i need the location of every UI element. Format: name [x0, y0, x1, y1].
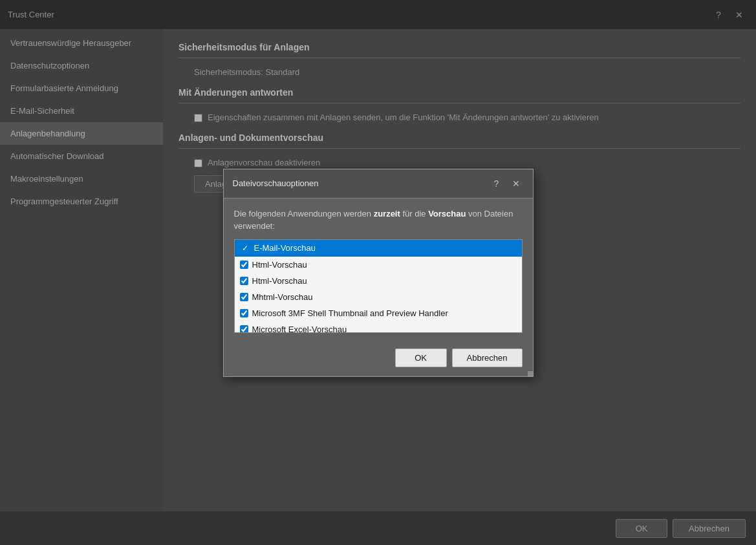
- preview-list[interactable]: ✓ E-Mail-Vorschau Html-Vorschau Html-Vor…: [234, 239, 523, 333]
- check-icon: ✓: [240, 243, 250, 253]
- list-checkbox[interactable]: [240, 277, 248, 285]
- list-checkbox[interactable]: [240, 309, 248, 317]
- list-item[interactable]: ✓ E-Mail-Vorschau: [235, 240, 522, 257]
- list-item-label: E-Mail-Vorschau: [254, 243, 316, 253]
- list-item-label: Html-Vorschau: [252, 260, 307, 270]
- list-item[interactable]: Microsoft Excel-Vorschau: [235, 321, 522, 333]
- list-item-label: Microsoft Excel-Vorschau: [252, 325, 347, 333]
- list-item-label: Html-Vorschau: [252, 276, 307, 286]
- list-checkbox[interactable]: [240, 325, 248, 333]
- list-item[interactable]: Html-Vorschau: [235, 273, 522, 289]
- resize-handle[interactable]: [528, 371, 533, 376]
- list-item-label: Microsoft 3MF Shell Thumbnail and Previe…: [252, 308, 448, 318]
- dialog-cancel-button[interactable]: Abbrechen: [452, 348, 523, 367]
- list-checkbox[interactable]: [240, 261, 248, 269]
- dialog-description: Die folgenden Anwendungen werden zurzeit…: [234, 208, 523, 233]
- dialog-title-bar: Dateivorschauoptionen ? ✕: [224, 169, 533, 198]
- dialog-ok-button[interactable]: OK: [395, 348, 447, 367]
- file-preview-dialog: Dateivorschauoptionen ? ✕ Die folgenden …: [223, 169, 534, 377]
- dialog-body: Die folgenden Anwendungen werden zurzeit…: [224, 198, 533, 342]
- dialog-footer: OK Abbrechen: [224, 342, 533, 376]
- list-item[interactable]: Microsoft 3MF Shell Thumbnail and Previe…: [235, 305, 522, 321]
- list-checkbox[interactable]: [240, 293, 248, 301]
- list-item[interactable]: Html-Vorschau: [235, 257, 522, 273]
- list-item[interactable]: Mhtml-Vorschau: [235, 289, 522, 305]
- dialog-overlay: Dateivorschauoptionen ? ✕ Die folgenden …: [0, 0, 756, 545]
- list-item-label: Mhtml-Vorschau: [252, 292, 313, 302]
- dialog-title-controls: ? ✕: [489, 176, 524, 191]
- dialog-title: Dateivorschauoptionen: [233, 178, 319, 188]
- dialog-close-button[interactable]: ✕: [508, 176, 524, 191]
- dialog-help-button[interactable]: ?: [489, 176, 504, 191]
